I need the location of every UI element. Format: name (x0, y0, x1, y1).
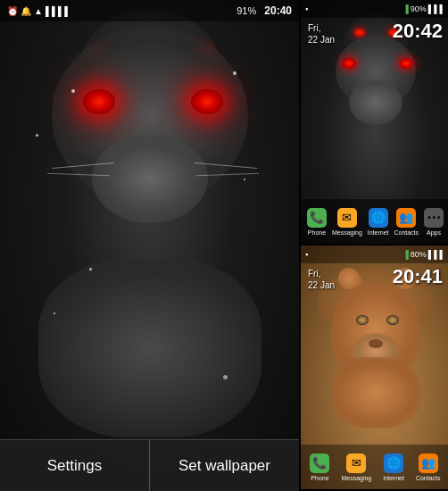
date-line1-top: Fri, (308, 22, 335, 34)
dock-bot-net-icon: 🌐 (384, 454, 403, 473)
prev-muzzle (349, 80, 402, 125)
dock-bot-contacts-label: Contacts (416, 475, 441, 481)
lion-real-eye-left (356, 315, 369, 325)
preview-top[interactable]: Fri, 22 Jan 20:42 ▪ ▐ 90% ▌▌▌ 📞 (301, 0, 448, 246)
wifi-icon: ▲ (34, 6, 43, 16)
status-bar-left: ⏰ 🔔 ▲ ▌▌▌▌ 91% 20:40 (0, 0, 299, 21)
dock-bot-messaging: ✉ Messaging (341, 454, 371, 481)
sparkle (71, 89, 75, 93)
dock-item-apps: ⋯ Apps (424, 208, 444, 236)
preview-bottom-dock: 📞 Phone ✉ Messaging 🌐 Internet 👥 Contact… (301, 445, 448, 489)
prev-bot-icon1: ▪ (305, 250, 308, 259)
settings-button[interactable]: Settings (0, 440, 150, 491)
lion-real-nose (369, 339, 383, 348)
dock-msg-icon: ✉ (337, 208, 357, 228)
prev-bot-battery: 80% (411, 250, 427, 259)
sparkle (233, 71, 236, 75)
prev-top-battery: 90% (411, 4, 427, 13)
bottom-action-bar: Settings Set wallpaper (0, 439, 299, 491)
status-bar-preview-top: ▪ ▐ 90% ▌▌▌ (301, 0, 448, 18)
prev-signal-top: ▌▌▌ (428, 4, 445, 13)
sparkle (223, 375, 228, 379)
dock-bot-phone: 📞 Phone (310, 454, 329, 481)
dock-item-internet: 🌐 Internet (368, 208, 389, 236)
clock-left: 20:40 (264, 4, 292, 17)
prev-top-right-icons: ▐ 90% ▌▌▌ (402, 4, 445, 13)
date-preview-top: Fri, 22 Jan (308, 22, 335, 46)
dock-item-phone: 📞 Phone (307, 208, 327, 236)
dock-phone-icon: 📞 (307, 208, 327, 228)
prev-bot-left-icons: ▪ (305, 250, 308, 259)
lion-body (38, 259, 261, 437)
preview-top-dock: 📞 Phone ✉ Messaging 🌐 Internet 👥 Contact… (301, 199, 448, 244)
dock-bot-net-label: Internet (383, 475, 404, 481)
preview-lion-small (322, 36, 429, 170)
status-icons-left: ⏰ 🔔 ▲ ▌▌▌▌ (7, 6, 71, 16)
left-eye (83, 89, 115, 114)
clock-preview-top: 20:42 (393, 20, 443, 43)
alarm-icon: ⏰ (7, 6, 18, 16)
lion-muzzle (92, 134, 208, 223)
notification-icon: 🔔 (21, 6, 31, 16)
dock-phone-label: Phone (308, 229, 326, 236)
left-preview-panel: ⏰ 🔔 ▲ ▌▌▌▌ 91% 20:40 Settings Set wallpa… (0, 0, 299, 491)
dock-apps-label: Apps (427, 229, 441, 236)
dock-net-icon: 🌐 (369, 208, 388, 228)
dock-item-messaging: ✉ Messaging (332, 208, 362, 236)
dock-bot-phone-icon: 📞 (310, 454, 329, 473)
prev-eye-right (399, 58, 413, 69)
dock-net-label: Internet (368, 229, 389, 236)
date-preview-bottom: Fri, 22 Jan (308, 268, 335, 291)
dock-bot-contacts: 👥 Contacts (416, 454, 441, 481)
signal-icon: ▌▌▌▌ (46, 6, 71, 16)
prev-top-icon1: ▪ (305, 4, 308, 13)
left-wallpaper: ⏰ 🔔 ▲ ▌▌▌▌ 91% 20:40 Settings Set wallpa… (0, 0, 299, 491)
prev-bot-battery-icon: ▐ (402, 250, 408, 259)
date-line1-bot: Fri, (308, 268, 335, 279)
date-line2-bot: 22 Jan (308, 279, 335, 291)
battery-time: 91% 20:40 (236, 4, 292, 17)
lion-real (301, 272, 448, 445)
sparkle (36, 134, 38, 137)
prev-eye-left (342, 58, 356, 69)
status-bar-preview-bottom: ▪ ▐ 80% ▌▌▌ (301, 246, 448, 263)
sparkle (54, 312, 55, 314)
dock-item-contacts: 👥 Contacts (394, 208, 419, 236)
main-container: ⏰ 🔔 ▲ ▌▌▌▌ 91% 20:40 Settings Set wallpa… (0, 0, 448, 491)
dock-msg-label: Messaging (332, 229, 362, 236)
prev-battery-icon: ▐ (402, 4, 408, 13)
dock-bot-internet: 🌐 Internet (383, 454, 404, 481)
prev-top-left-icons: ▪ (305, 4, 308, 13)
dock-apps-icon: ⋯ (424, 208, 444, 228)
date-line2-top: 22 Jan (308, 34, 335, 46)
right-eye (191, 89, 223, 114)
right-panel: Fri, 22 Jan 20:42 ▪ ▐ 90% ▌▌▌ 📞 (299, 0, 448, 491)
dock-contacts-icon: 👥 (396, 208, 416, 228)
set-wallpaper-button[interactable]: Set wallpaper (150, 440, 299, 491)
clock-preview-bottom: 20:41 (393, 265, 443, 288)
preview-bottom[interactable]: ▪ ▐ 80% ▌▌▌ Fri, 22 Jan 20:41 📞 Phone (301, 246, 448, 489)
dock-contacts-label: Contacts (394, 229, 419, 236)
lion-body-bottom (331, 357, 420, 429)
sparkle (244, 179, 245, 180)
lion-real-eye-right (386, 315, 399, 325)
set-wallpaper-label: Set wallpaper (178, 457, 270, 475)
settings-label: Settings (47, 457, 102, 475)
prev-signal-bot: ▌▌▌ (428, 250, 445, 259)
prev-bot-right-icons: ▐ 80% ▌▌▌ (402, 250, 445, 259)
dock-bot-contacts-icon: 👥 (419, 454, 438, 473)
dock-bot-msg-icon: ✉ (346, 454, 366, 473)
dock-bot-msg-label: Messaging (341, 475, 371, 481)
dock-bot-phone-label: Phone (311, 475, 328, 481)
sparkle (89, 268, 92, 270)
battery-percent: 91% (236, 5, 256, 16)
